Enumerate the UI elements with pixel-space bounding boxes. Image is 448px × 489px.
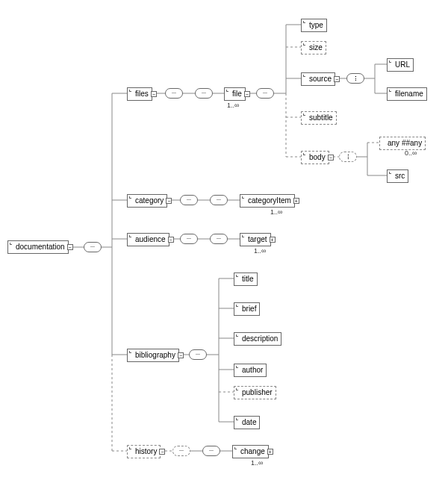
label-change: change bbox=[236, 447, 265, 455]
label-url: URL bbox=[391, 60, 410, 69]
expand-icon[interactable] bbox=[168, 237, 174, 243]
label-type: type bbox=[305, 21, 323, 29]
expand-icon[interactable] bbox=[293, 198, 299, 204]
label-any: any ##any bbox=[383, 139, 422, 147]
cardinality-any: 0..∞ bbox=[405, 149, 417, 157]
node-filename[interactable]: filename bbox=[387, 87, 427, 101]
label-filename: filename bbox=[391, 90, 423, 98]
compositor-sequence bbox=[172, 446, 190, 456]
expand-icon[interactable] bbox=[166, 198, 172, 204]
expand-icon[interactable] bbox=[151, 91, 157, 97]
node-brief[interactable]: brief bbox=[234, 302, 260, 316]
label-categoryitem: categoryItem bbox=[243, 196, 291, 205]
expand-icon[interactable] bbox=[178, 352, 184, 358]
node-file[interactable]: file bbox=[224, 87, 246, 101]
label-size: size bbox=[305, 43, 323, 52]
label-title: title bbox=[237, 275, 254, 283]
label-files: files bbox=[131, 90, 149, 98]
node-subtitle[interactable]: subtitle bbox=[301, 111, 337, 125]
node-change[interactable]: change bbox=[232, 445, 269, 458]
node-target[interactable]: target bbox=[240, 233, 271, 246]
node-documentation[interactable]: documentation bbox=[7, 240, 69, 254]
label-author: author bbox=[237, 366, 263, 374]
cardinality-file: 1..∞ bbox=[227, 102, 239, 109]
node-src[interactable]: src bbox=[387, 169, 408, 183]
node-size[interactable]: size bbox=[301, 41, 326, 54]
node-category[interactable]: category bbox=[127, 194, 167, 208]
compositor-choice bbox=[339, 152, 357, 162]
label-body: body bbox=[305, 153, 326, 161]
node-author[interactable]: author bbox=[234, 364, 267, 377]
node-any[interactable]: any ##any bbox=[379, 137, 426, 150]
expand-icon[interactable] bbox=[159, 449, 165, 455]
label-description: description bbox=[237, 334, 278, 343]
node-type[interactable]: type bbox=[301, 19, 327, 32]
compositor-sequence bbox=[84, 242, 102, 252]
compositor-sequence bbox=[256, 88, 274, 99]
compositor-choice bbox=[346, 73, 364, 84]
expand-icon[interactable] bbox=[244, 91, 250, 97]
label-audience: audience bbox=[131, 235, 166, 243]
node-source[interactable]: source bbox=[301, 72, 335, 86]
node-bibliography[interactable]: bibliography bbox=[127, 349, 179, 362]
node-audience[interactable]: audience bbox=[127, 233, 169, 246]
label-category: category bbox=[131, 196, 164, 205]
compositor-sequence bbox=[195, 88, 213, 99]
expand-icon[interactable] bbox=[270, 237, 276, 243]
expand-icon[interactable] bbox=[334, 76, 340, 82]
label-bibliography: bibliography bbox=[131, 351, 175, 359]
label-target: target bbox=[243, 235, 267, 243]
label-documentation: documentation bbox=[11, 243, 65, 251]
expand-icon[interactable] bbox=[67, 244, 73, 250]
node-url[interactable]: URL bbox=[387, 58, 414, 72]
label-history: history bbox=[131, 447, 157, 455]
label-brief: brief bbox=[237, 305, 256, 313]
label-publisher: publisher bbox=[237, 388, 273, 396]
node-date[interactable]: date bbox=[234, 416, 260, 429]
cardinality-change: 1..∞ bbox=[251, 459, 263, 467]
label-date: date bbox=[237, 418, 256, 426]
compositor-sequence bbox=[210, 234, 228, 244]
node-files[interactable]: files bbox=[127, 87, 152, 101]
compositor-sequence bbox=[189, 349, 207, 360]
node-history[interactable]: history bbox=[127, 445, 161, 458]
compositor-sequence bbox=[165, 88, 183, 99]
compositor-sequence bbox=[210, 195, 228, 205]
label-subtitle: subtitle bbox=[305, 113, 333, 122]
expand-icon[interactable] bbox=[267, 449, 273, 455]
cardinality-categoryitem: 1..∞ bbox=[270, 208, 282, 216]
label-file: file bbox=[228, 90, 242, 98]
label-src: src bbox=[391, 172, 405, 180]
node-title[interactable]: title bbox=[234, 272, 258, 286]
node-description[interactable]: description bbox=[234, 332, 281, 346]
compositor-sequence bbox=[202, 446, 220, 456]
node-publisher[interactable]: publisher bbox=[234, 386, 276, 399]
node-body[interactable]: body bbox=[301, 151, 329, 164]
label-source: source bbox=[305, 75, 332, 83]
cardinality-target: 1..∞ bbox=[254, 247, 266, 255]
node-categoryitem[interactable]: categoryItem bbox=[240, 194, 295, 208]
expand-icon[interactable] bbox=[328, 155, 334, 161]
compositor-sequence bbox=[180, 195, 198, 205]
compositor-sequence bbox=[180, 234, 198, 244]
